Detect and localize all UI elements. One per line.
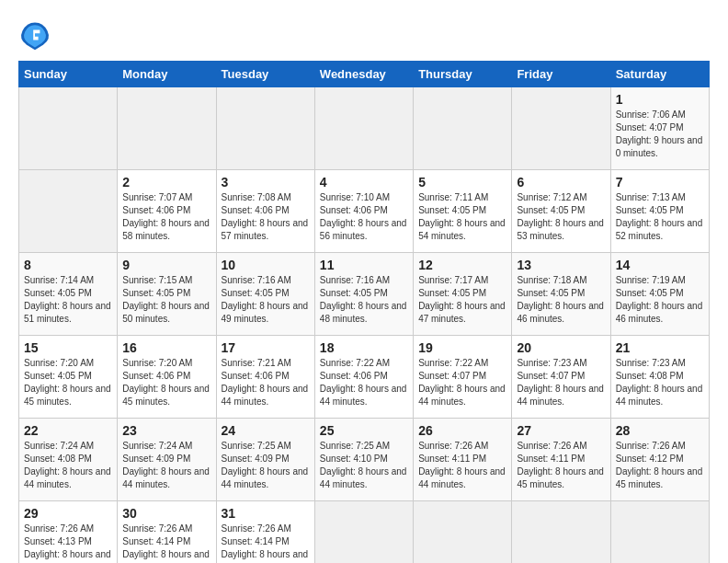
calendar-cell-day-5: 5 Sunrise: 7:11 AM Sunset: 4:05 PM Dayli… <box>414 170 512 253</box>
day-info: Sunrise: 7:22 AM Sunset: 4:06 PM Dayligh… <box>320 357 408 408</box>
page-header <box>18 18 710 52</box>
empty-cell <box>19 87 118 170</box>
col-header-saturday: Saturday <box>610 62 709 87</box>
calendar-week-row: 1 Sunrise: 7:06 AM Sunset: 4:07 PM Dayli… <box>19 87 710 170</box>
empty-cell <box>512 87 610 170</box>
calendar-cell-day-3: 3 Sunrise: 7:08 AM Sunset: 4:06 PM Dayli… <box>216 170 314 253</box>
day-number: 3 <box>222 175 310 190</box>
day-number: 1 <box>616 92 704 107</box>
empty-cell <box>314 87 413 170</box>
day-info: Sunrise: 7:14 AM Sunset: 4:05 PM Dayligh… <box>24 274 112 326</box>
empty-cell <box>414 501 512 564</box>
day-number: 17 <box>222 340 310 355</box>
calendar-cell-day-27: 27 Sunrise: 7:26 AM Sunset: 4:11 PM Dayl… <box>512 419 610 501</box>
calendar-cell-day-22: 22 Sunrise: 7:24 AM Sunset: 4:08 PM Dayl… <box>19 419 118 501</box>
calendar-cell-day-25: 25 Sunrise: 7:25 AM Sunset: 4:10 PM Dayl… <box>314 419 413 501</box>
calendar-cell-day-9: 9 Sunrise: 7:15 AM Sunset: 4:05 PM Dayli… <box>118 253 216 336</box>
day-number: 4 <box>320 175 408 190</box>
day-number: 23 <box>122 423 210 438</box>
day-number: 25 <box>320 423 408 438</box>
day-number: 12 <box>418 258 506 272</box>
day-number: 16 <box>122 340 210 355</box>
day-number: 5 <box>418 175 506 190</box>
day-info: Sunrise: 7:17 AM Sunset: 4:05 PM Dayligh… <box>418 274 506 326</box>
col-header-sunday: Sunday <box>19 62 118 87</box>
day-info: Sunrise: 7:11 AM Sunset: 4:05 PM Dayligh… <box>418 191 506 243</box>
day-info: Sunrise: 7:21 AM Sunset: 4:06 PM Dayligh… <box>222 357 310 408</box>
day-info: Sunrise: 7:26 AM Sunset: 4:13 PM Dayligh… <box>24 523 112 563</box>
calendar-cell-day-21: 21 Sunrise: 7:23 AM Sunset: 4:08 PM Dayl… <box>610 336 709 419</box>
calendar-cell-day-13: 13 Sunrise: 7:18 AM Sunset: 4:05 PM Dayl… <box>512 253 610 336</box>
day-info: Sunrise: 7:26 AM Sunset: 4:14 PM Dayligh… <box>122 523 210 563</box>
day-number: 6 <box>517 175 605 190</box>
calendar-cell-day-31: 31 Sunrise: 7:26 AM Sunset: 4:14 PM Dayl… <box>216 501 314 564</box>
col-header-wednesday: Wednesday <box>314 62 413 87</box>
day-info: Sunrise: 7:20 AM Sunset: 4:06 PM Dayligh… <box>122 357 210 408</box>
day-number: 9 <box>122 258 210 272</box>
empty-cell <box>19 170 118 253</box>
calendar-week-row: 22 Sunrise: 7:24 AM Sunset: 4:08 PM Dayl… <box>19 419 710 501</box>
day-info: Sunrise: 7:22 AM Sunset: 4:07 PM Dayligh… <box>418 357 506 408</box>
day-info: Sunrise: 7:26 AM Sunset: 4:11 PM Dayligh… <box>517 440 605 491</box>
day-info: Sunrise: 7:24 AM Sunset: 4:08 PM Dayligh… <box>24 440 112 491</box>
col-header-thursday: Thursday <box>414 62 512 87</box>
calendar-cell-day-7: 7 Sunrise: 7:13 AM Sunset: 4:05 PM Dayli… <box>610 170 709 253</box>
day-info: Sunrise: 7:12 AM Sunset: 4:05 PM Dayligh… <box>517 191 605 243</box>
calendar-cell-day-10: 10 Sunrise: 7:16 AM Sunset: 4:05 PM Dayl… <box>216 253 314 336</box>
calendar-cell-day-2: 2 Sunrise: 7:07 AM Sunset: 4:06 PM Dayli… <box>118 170 216 253</box>
calendar-cell-day-18: 18 Sunrise: 7:22 AM Sunset: 4:06 PM Dayl… <box>314 336 413 419</box>
day-number: 21 <box>616 340 704 355</box>
day-info: Sunrise: 7:26 AM Sunset: 4:11 PM Dayligh… <box>418 440 506 491</box>
day-info: Sunrise: 7:16 AM Sunset: 4:05 PM Dayligh… <box>222 274 310 326</box>
empty-cell <box>216 87 314 170</box>
day-info: Sunrise: 7:23 AM Sunset: 4:08 PM Dayligh… <box>616 357 704 408</box>
col-header-friday: Friday <box>512 62 610 87</box>
day-number: 13 <box>517 258 605 272</box>
day-number: 10 <box>222 258 310 272</box>
day-info: Sunrise: 7:26 AM Sunset: 4:12 PM Dayligh… <box>616 440 704 491</box>
day-number: 31 <box>222 506 310 521</box>
col-header-monday: Monday <box>118 62 216 87</box>
empty-cell <box>118 87 216 170</box>
calendar-table: SundayMondayTuesdayWednesdayThursdayFrid… <box>18 61 710 563</box>
calendar-cell-day-16: 16 Sunrise: 7:20 AM Sunset: 4:06 PM Dayl… <box>118 336 216 419</box>
day-number: 20 <box>517 340 605 355</box>
calendar-cell-day-6: 6 Sunrise: 7:12 AM Sunset: 4:05 PM Dayli… <box>512 170 610 253</box>
day-info: Sunrise: 7:25 AM Sunset: 4:10 PM Dayligh… <box>320 440 408 491</box>
day-number: 22 <box>24 423 112 438</box>
empty-cell <box>314 501 413 564</box>
day-info: Sunrise: 7:24 AM Sunset: 4:09 PM Dayligh… <box>122 440 210 491</box>
day-number: 28 <box>616 423 704 438</box>
calendar-cell-day-15: 15 Sunrise: 7:20 AM Sunset: 4:05 PM Dayl… <box>19 336 118 419</box>
calendar-week-row: 15 Sunrise: 7:20 AM Sunset: 4:05 PM Dayl… <box>19 336 710 419</box>
calendar-cell-day-26: 26 Sunrise: 7:26 AM Sunset: 4:11 PM Dayl… <box>414 419 512 501</box>
calendar-cell-day-23: 23 Sunrise: 7:24 AM Sunset: 4:09 PM Dayl… <box>118 419 216 501</box>
day-info: Sunrise: 7:15 AM Sunset: 4:05 PM Dayligh… <box>122 274 210 326</box>
day-info: Sunrise: 7:18 AM Sunset: 4:05 PM Dayligh… <box>517 274 605 326</box>
day-info: Sunrise: 7:06 AM Sunset: 4:07 PM Dayligh… <box>616 109 704 160</box>
calendar-cell-day-28: 28 Sunrise: 7:26 AM Sunset: 4:12 PM Dayl… <box>610 419 709 501</box>
calendar-cell-day-12: 12 Sunrise: 7:17 AM Sunset: 4:05 PM Dayl… <box>414 253 512 336</box>
empty-cell <box>610 501 709 564</box>
day-info: Sunrise: 7:07 AM Sunset: 4:06 PM Dayligh… <box>122 191 210 243</box>
empty-cell <box>512 501 610 564</box>
day-info: Sunrise: 7:26 AM Sunset: 4:14 PM Dayligh… <box>222 523 310 563</box>
day-number: 26 <box>418 423 506 438</box>
col-header-tuesday: Tuesday <box>216 62 314 87</box>
day-number: 18 <box>320 340 408 355</box>
calendar-cell-day-20: 20 Sunrise: 7:23 AM Sunset: 4:07 PM Dayl… <box>512 336 610 419</box>
day-number: 11 <box>320 258 408 272</box>
calendar-cell-day-19: 19 Sunrise: 7:22 AM Sunset: 4:07 PM Dayl… <box>414 336 512 419</box>
day-number: 15 <box>24 340 112 355</box>
day-number: 27 <box>517 423 605 438</box>
day-info: Sunrise: 7:10 AM Sunset: 4:06 PM Dayligh… <box>320 191 408 243</box>
day-number: 30 <box>122 506 210 521</box>
day-number: 14 <box>616 258 704 272</box>
calendar-cell-day-8: 8 Sunrise: 7:14 AM Sunset: 4:05 PM Dayli… <box>19 253 118 336</box>
calendar-header-row: SundayMondayTuesdayWednesdayThursdayFrid… <box>19 62 710 87</box>
calendar-cell-day-11: 11 Sunrise: 7:16 AM Sunset: 4:05 PM Dayl… <box>314 253 413 336</box>
day-info: Sunrise: 7:08 AM Sunset: 4:06 PM Dayligh… <box>222 191 310 243</box>
calendar-week-row: 8 Sunrise: 7:14 AM Sunset: 4:05 PM Dayli… <box>19 253 710 336</box>
calendar-cell-day-4: 4 Sunrise: 7:10 AM Sunset: 4:06 PM Dayli… <box>314 170 413 253</box>
calendar-cell-day-24: 24 Sunrise: 7:25 AM Sunset: 4:09 PM Dayl… <box>216 419 314 501</box>
